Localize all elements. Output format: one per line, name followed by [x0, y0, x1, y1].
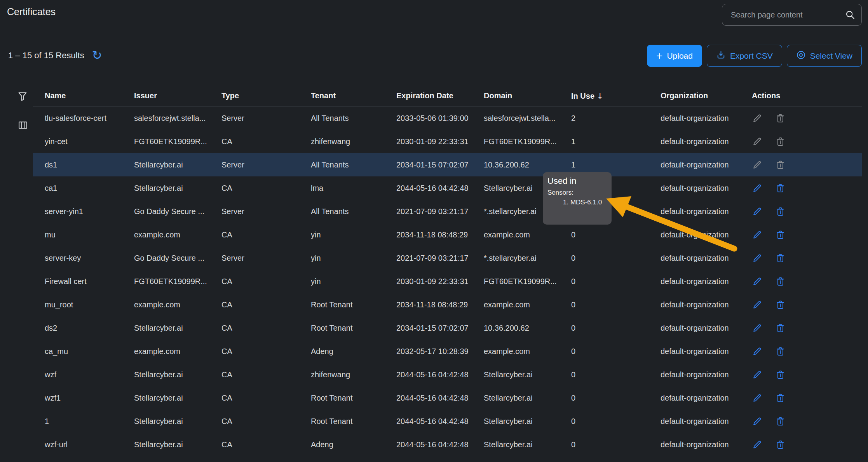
select-view-button[interactable]: Select View — [787, 45, 862, 67]
table-row[interactable]: yin-cet FGT60ETK19099R... CA zhifenwang … — [33, 130, 862, 153]
cell-issuer: FGT60ETK19099R... — [134, 137, 221, 146]
cell-organization: default-organization — [661, 370, 752, 379]
cell-expiration-date: 2044-05-16 04:42:48 — [396, 184, 484, 193]
edit-pencil-icon[interactable] — [752, 183, 762, 194]
cell-name: mu — [45, 230, 134, 239]
cell-domain: salesforcejwt.stella... — [484, 114, 571, 123]
edit-pencil-icon[interactable] — [752, 439, 762, 450]
table-row[interactable]: ds1 Stellarcyber.ai Server All Tenants 2… — [33, 153, 862, 176]
edit-pencil-icon[interactable] — [752, 300, 762, 310]
delete-trash-icon[interactable] — [775, 253, 786, 263]
edit-pencil-icon[interactable] — [752, 160, 762, 170]
table-row[interactable]: server-key Go Daddy Secure ... Server yi… — [33, 246, 862, 270]
delete-trash-icon[interactable] — [775, 113, 786, 124]
filter-icon[interactable] — [17, 91, 28, 103]
table-row[interactable]: 1 Stellarcyber.ai CA Root Tenant 2044-05… — [33, 410, 862, 433]
delete-trash-icon[interactable] — [775, 206, 786, 217]
delete-trash-icon[interactable] — [775, 416, 786, 427]
cell-organization: default-organization — [661, 324, 752, 333]
cell-type: CA — [221, 277, 311, 286]
cell-domain: *.stellarcyber.ai — [484, 254, 571, 263]
column-header-tenant[interactable]: Tenant — [311, 91, 396, 100]
cell-issuer: example.com — [134, 230, 221, 239]
delete-trash-icon[interactable] — [775, 160, 786, 170]
edit-pencil-icon[interactable] — [752, 370, 762, 380]
delete-trash-icon[interactable] — [775, 346, 786, 357]
search-icon[interactable] — [845, 10, 855, 20]
delete-trash-icon[interactable] — [775, 136, 786, 147]
cell-expiration-date: 2044-05-16 04:42:48 — [396, 440, 484, 449]
column-header-in-use[interactable]: In Use↓ — [571, 91, 661, 101]
cell-tenant: yin — [311, 254, 396, 263]
table-row[interactable]: ds2 Stellarcyber.ai CA Root Tenant 2034-… — [33, 316, 862, 340]
edit-pencil-icon[interactable] — [752, 416, 762, 427]
cell-type: CA — [221, 300, 311, 309]
cell-in-use: 0 — [571, 300, 661, 309]
upload-button[interactable]: + Upload — [647, 45, 702, 67]
cell-actions — [752, 206, 861, 217]
cell-actions — [752, 416, 861, 427]
cell-tenant: Adeng — [311, 440, 396, 449]
delete-trash-icon[interactable] — [775, 393, 786, 403]
cell-actions — [752, 346, 861, 357]
cell-expiration-date: 2044-05-16 04:42:48 — [396, 394, 484, 403]
refresh-icon[interactable]: ↻ — [92, 49, 102, 61]
used-in-tooltip: Used in Sensors: 1. MDS-6.1.0 — [543, 172, 612, 225]
export-csv-button[interactable]: Export CSV — [707, 45, 782, 67]
delete-trash-icon[interactable] — [775, 439, 786, 450]
cell-name: ds1 — [45, 160, 134, 169]
delete-trash-icon[interactable] — [775, 370, 786, 380]
cell-name: server-yin1 — [45, 207, 134, 216]
results-bar: 1 – 15 of 15 Results ↻ — [8, 49, 102, 61]
table-body: tlu-salesforce-cert salesforcejwt.stella… — [33, 106, 862, 456]
edit-pencil-icon[interactable] — [752, 136, 762, 147]
table-row[interactable]: wzf1 Stellarcyber.ai CA Root Tenant 2044… — [33, 386, 862, 410]
cell-type: Server — [221, 160, 311, 169]
delete-trash-icon[interactable] — [775, 183, 786, 194]
edit-pencil-icon[interactable] — [752, 113, 762, 124]
delete-trash-icon[interactable] — [775, 323, 786, 333]
table-row[interactable]: wzf-url Stellarcyber.ai CA Adeng 2044-05… — [33, 433, 862, 456]
edit-pencil-icon[interactable] — [752, 253, 762, 263]
cell-issuer: example.com — [134, 300, 221, 309]
table-row[interactable]: Firewall cert FGT60ETK19099R... CA yin 2… — [33, 270, 862, 293]
edit-pencil-icon[interactable] — [752, 230, 762, 240]
table-row[interactable]: wzf Stellarcyber.ai CA zhifenwang 2044-0… — [33, 363, 862, 386]
cell-in-use: 0 — [571, 254, 661, 263]
cell-organization: default-organization — [661, 347, 752, 356]
cell-expiration-date: 2021-07-09 03:21:17 — [396, 254, 484, 263]
cell-name: yin-cet — [45, 137, 134, 146]
edit-pencil-icon[interactable] — [752, 206, 762, 217]
edit-pencil-icon[interactable] — [752, 393, 762, 403]
cell-expiration-date: 2044-05-16 04:42:48 — [396, 370, 484, 379]
delete-trash-icon[interactable] — [775, 300, 786, 310]
cell-organization: default-organization — [661, 184, 752, 193]
table-header: Name Issuer Type Tenant Expiration Date … — [33, 85, 862, 106]
column-header-issuer[interactable]: Issuer — [134, 91, 221, 100]
column-header-name[interactable]: Name — [45, 91, 134, 100]
cell-actions — [752, 160, 861, 170]
cell-expiration-date: 2034-01-15 07:02:07 — [396, 160, 484, 169]
delete-trash-icon[interactable] — [775, 276, 786, 287]
table-row[interactable]: mu_root example.com CA Root Tenant 2034-… — [33, 293, 862, 316]
edit-pencil-icon[interactable] — [752, 276, 762, 287]
edit-pencil-icon[interactable] — [752, 346, 762, 357]
table-row[interactable]: ca_mu example.com CA Adeng 2032-05-17 10… — [33, 340, 862, 363]
table-row[interactable]: tlu-salesforce-cert salesforcejwt.stella… — [33, 106, 862, 130]
edit-pencil-icon[interactable] — [752, 323, 762, 333]
table-row[interactable]: ca1 Stellarcyber.ai CA lma 2044-05-16 04… — [33, 176, 862, 200]
column-header-type[interactable]: Type — [221, 91, 311, 100]
cell-tenant: All Tenants — [311, 207, 396, 216]
cell-domain: example.com — [484, 230, 571, 239]
delete-trash-icon[interactable] — [775, 230, 786, 240]
column-header-expiration-date[interactable]: Expiration Date — [396, 91, 484, 100]
cell-organization: default-organization — [661, 394, 752, 403]
column-header-organization[interactable]: Organization — [661, 91, 752, 100]
column-header-domain[interactable]: Domain — [484, 91, 571, 100]
columns-icon[interactable] — [17, 120, 28, 132]
search-input[interactable] — [730, 10, 845, 20]
cell-organization: default-organization — [661, 230, 752, 239]
table-row[interactable]: mu example.com CA yin 2034-11-18 08:48:2… — [33, 223, 862, 246]
table-row[interactable]: server-yin1 Go Daddy Secure ... Server A… — [33, 200, 862, 223]
column-header-actions: Actions — [752, 91, 861, 100]
